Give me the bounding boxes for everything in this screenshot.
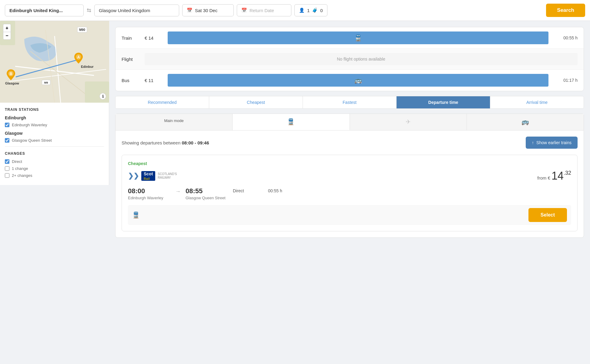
train-bar-container: 🚆 (168, 31, 548, 44)
two-changes-filter[interactable]: 2+ changes (5, 173, 104, 178)
direct-filter[interactable]: Direct (5, 159, 104, 164)
depart-station: Edinburgh Waverley (128, 196, 170, 200)
arrive-time: 08:55 (186, 187, 228, 195)
swap-icon[interactable]: ⇆ (87, 7, 91, 14)
main-layout: M90 M9 A Edinbur B Glasgow (0, 21, 590, 364)
content: Train € 14 🚆 00:55 h Flight No flight op… (109, 21, 590, 364)
filters-panel: TRAIN STATIONS Edinburgh Edinburgh Waver… (0, 103, 109, 185)
transport-price-bus: € 11 (145, 78, 163, 83)
return-date-input[interactable]: 📅 Return Date (237, 4, 291, 16)
direct-checkbox[interactable] (5, 159, 9, 164)
select-button[interactable]: Select (528, 208, 567, 222)
passengers-input[interactable]: 👤 1 🧳 0 (294, 4, 327, 16)
show-earlier-label: Show earlier trains (536, 140, 572, 145)
transport-duration-bus: 01:17 h (553, 78, 578, 83)
zoom-in-button[interactable]: + (3, 24, 11, 32)
edinburgh-waverley-checkbox[interactable] (5, 123, 9, 127)
sort-departure-time[interactable]: Departure time (397, 96, 490, 108)
bus-bar-container: 🚌 (168, 74, 548, 87)
scot-rail-logo: Scot Rail (141, 171, 155, 181)
departures-text: Showing departures between 08:00 - 09:46 (122, 140, 209, 145)
card-footer: 🚆 Select (128, 205, 571, 225)
edinburgh-station-label: Edinburgh Waverley (12, 123, 47, 127)
bus-bar[interactable]: 🚌 (168, 74, 548, 87)
direct-label: Direct (12, 159, 22, 164)
one-change-filter[interactable]: 1 change (5, 166, 104, 171)
results-area: Showing departures between 08:00 - 09:46… (115, 130, 584, 238)
luggage-icon: 🧳 (312, 8, 318, 13)
person-icon: 👤 (299, 8, 305, 13)
sort-arrival-time[interactable]: Arrival time (490, 96, 584, 108)
header: Edinburgh United King... ⇆ Glasgow Unite… (0, 0, 590, 21)
bus-tab-icon: 🚌 (521, 118, 529, 125)
transport-duration-train: 00:55 h (553, 35, 578, 40)
arrow-up-icon: ↑ (532, 140, 534, 145)
transport-row-flight: Flight No flight options available (116, 49, 584, 70)
price-display: from € 14.32 (537, 170, 571, 182)
passengers-count: 1 (307, 8, 310, 13)
svg-text:Edinbur: Edinbur (81, 65, 94, 68)
plane-tab-icon: ✈ (406, 118, 411, 125)
transport-label-bus: Bus (122, 78, 140, 83)
sort-cheapest[interactable]: Cheapest (209, 96, 303, 108)
map-info-button[interactable]: ℹ (99, 93, 106, 100)
svg-text:Glasgow: Glasgow (5, 81, 19, 85)
glasgow-queen-street-filter[interactable]: Glasgow Queen Street (5, 138, 104, 143)
return-calendar-icon: 📅 (241, 8, 247, 13)
arrive-col: 08:55 Glasgow Queen Street (186, 187, 228, 200)
footer-train-icon: 🚆 (132, 211, 140, 219)
journey-duration-label: 00:55 h (268, 188, 282, 193)
sidebar: M90 M9 A Edinbur B Glasgow (0, 21, 109, 364)
show-earlier-button[interactable]: ↑ Show earlier trains (526, 137, 578, 149)
search-button[interactable]: Search (546, 4, 585, 17)
glasgow-queen-street-checkbox[interactable] (5, 138, 9, 143)
destination-text: Glasgow United Kingdom (99, 8, 150, 13)
operator-logo: ❯❯ Scot Rail SCOTLAND'SRAILWAY (128, 171, 177, 181)
changes-title: CHANGES (5, 151, 104, 156)
departures-header: Showing departures between 08:00 - 09:46… (122, 137, 578, 149)
depart-time: 08:00 (128, 187, 170, 195)
tab-train[interactable]: 🚆 (233, 114, 350, 130)
main-mode-label: Main mode (164, 118, 183, 123)
zoom-out-button[interactable]: − (3, 32, 11, 40)
svg-text:A: A (77, 55, 80, 59)
scot-name: Scot (141, 171, 155, 177)
edinburgh-waverley-filter[interactable]: Edinburgh Waverley (5, 123, 104, 127)
glasgow-city-label: Glasgow (5, 131, 104, 136)
map-svg: M90 M9 A Edinbur B Glasgow (0, 21, 109, 103)
transport-row-train: Train € 14 🚆 00:55 h (116, 27, 584, 49)
transport-summary: Train € 14 🚆 00:55 h Flight No flight op… (115, 27, 584, 91)
tab-flight[interactable]: ✈ (350, 114, 467, 130)
origin-text: Edinburgh United King... (9, 8, 63, 13)
one-change-checkbox[interactable] (5, 166, 9, 171)
two-changes-label: 2+ changes (12, 173, 32, 178)
journey-type-col: Direct (233, 187, 263, 193)
train-bar[interactable]: 🚆 (168, 31, 548, 44)
edinburgh-city-label: Edinburgh (5, 115, 104, 120)
calendar-icon: 📅 (187, 8, 193, 13)
sort-fastest[interactable]: Fastest (303, 96, 397, 108)
two-changes-checkbox[interactable] (5, 173, 9, 178)
scot-subtitle: SCOTLAND'SRAILWAY (158, 172, 177, 180)
transport-row-bus: Bus € 11 🚌 01:17 h (116, 70, 584, 91)
origin-input[interactable]: Edinburgh United King... (5, 5, 84, 16)
sort-recommended[interactable]: Recommended (116, 96, 209, 108)
svg-text:B: B (10, 72, 12, 76)
glasgow-station-label: Glasgow Queen Street (12, 138, 52, 143)
departures-time-range: 08:00 - 09:46 (182, 140, 209, 145)
journey-info: 08:00 Edinburgh Waverley → 08:55 Glasgow… (128, 187, 571, 200)
transport-label-flight: Flight (122, 57, 140, 62)
scot-arrows: ❯❯ (128, 172, 139, 180)
journey-duration-col: 00:55 h (268, 187, 282, 193)
mode-tabs: Main mode 🚆 ✈ 🚌 (115, 114, 584, 130)
train-tab-icon: 🚆 (287, 118, 295, 125)
card-header: ❯❯ Scot Rail SCOTLAND'SRAILWAY from € (128, 170, 571, 182)
destination-input[interactable]: Glasgow United Kingdom (94, 5, 179, 16)
bus-bar-icon: 🚌 (354, 77, 362, 84)
tab-main-mode[interactable]: Main mode (116, 114, 233, 130)
departures-label: Showing departures between (122, 140, 180, 145)
price-integer: 14 (551, 170, 564, 182)
date-input[interactable]: 📅 Sat 30 Dec (182, 4, 234, 16)
tab-bus[interactable]: 🚌 (467, 114, 584, 130)
train-stations-title: TRAIN STATIONS (5, 108, 104, 112)
